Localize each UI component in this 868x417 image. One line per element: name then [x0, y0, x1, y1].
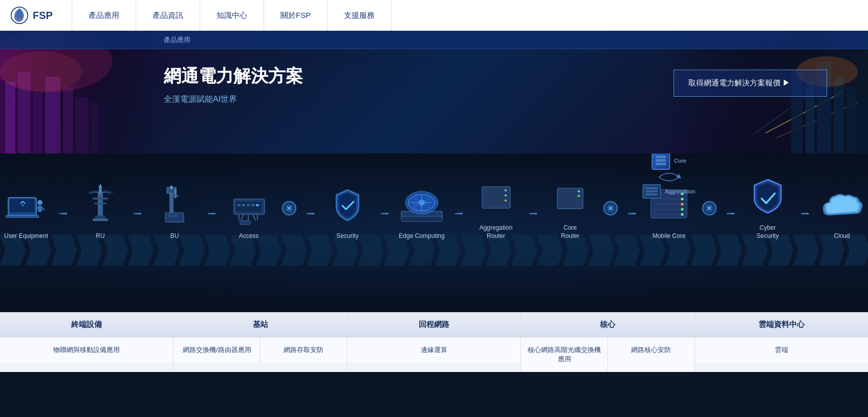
conn-3 [208, 213, 215, 214]
svg-point-28 [37, 200, 42, 205]
svg-point-26 [22, 204, 24, 206]
category-backhaul: 回程網路 邊緣運算 [348, 313, 521, 372]
node-edge-computing[interactable]: Edge Computing [399, 182, 445, 240]
svg-point-77 [505, 200, 507, 202]
svg-point-101 [681, 208, 684, 211]
tab-core[interactable]: 核心 [521, 313, 694, 337]
nav-item-support[interactable]: 支援服務 [328, 0, 392, 31]
node-edge-computing-label: Edge Computing [399, 232, 444, 240]
bu-icon [151, 182, 198, 228]
tab-basestation[interactable]: 基站 [173, 313, 346, 337]
diagram-wrapper: User Equipment [0, 174, 868, 266]
svg-point-68 [419, 200, 425, 206]
svg-point-84 [578, 195, 580, 197]
conn-1 [59, 213, 67, 214]
svg-rect-41 [170, 186, 172, 189]
svg-rect-85 [656, 156, 666, 158]
category-cloud-items: 雲端 [695, 337, 868, 363]
category-item-edge[interactable]: 邊緣運算 [348, 337, 520, 363]
svg-point-75 [505, 189, 507, 191]
user-equipment-icon [3, 182, 49, 228]
node-cyber-security-label: Cyber Security [756, 224, 778, 240]
nav-item-knowledge[interactable]: 知識中心 [200, 0, 264, 31]
node-bu[interactable]: BU [151, 182, 198, 240]
nav-item-about[interactable]: 關於FSP [264, 0, 328, 31]
conn-4 [307, 213, 314, 214]
access-icon [226, 182, 272, 228]
node-access[interactable]: Access [226, 182, 272, 240]
node-user-equipment[interactable]: User Equipment [3, 182, 49, 240]
tab-terminal[interactable]: 終端設備 [0, 313, 173, 337]
hero-content-wrapper: 產品應用 網通電力解決方案 全漢電源賦能AI世界 取得網通電力解決方案報價 ▶ [0, 31, 868, 153]
conn-9 [727, 213, 734, 214]
security-icon [324, 182, 371, 228]
node-ru-label: RU [96, 232, 104, 240]
category-terminal: 終端設備 物聯網與移動設備應用 [0, 313, 173, 372]
conn-2 [134, 213, 141, 214]
category-item-access[interactable]: 網路存取安防 [261, 337, 347, 363]
category-item-core-security[interactable]: 網路核心安防 [608, 337, 695, 372]
svg-rect-29 [38, 206, 42, 212]
node-cloud[interactable]: Cloud [819, 182, 865, 240]
nav-item-products[interactable]: 產品應用 [72, 0, 136, 31]
category-backhaul-items: 邊緣運算 [348, 337, 520, 363]
category-item-fiber[interactable]: 核心網路高階光纖交換機應用 [521, 337, 608, 372]
conn-5 [381, 213, 388, 214]
category-basestation: 基站 網路交換機/路由器應用 網路存取安防 [173, 313, 347, 372]
svg-line-57 [253, 214, 255, 221]
svg-rect-61 [401, 216, 442, 222]
node-cyber-security[interactable]: Cyber Security [745, 174, 791, 240]
hero-subtitle: 全漢電源賦能AI世界 [164, 94, 303, 105]
core-router-icon [547, 174, 593, 220]
svg-point-102 [681, 213, 684, 216]
tab-cloud[interactable]: 雲端資料中心 [695, 313, 868, 337]
tab-backhaul[interactable]: 回程網路 [348, 313, 520, 337]
svg-rect-37 [95, 215, 105, 218]
node-aggregation-router[interactable]: Aggregation Router [473, 174, 519, 240]
svg-rect-34 [100, 184, 101, 187]
category-item-iot[interactable]: 物聯網與移動設備應用 [0, 337, 173, 363]
svg-line-31 [42, 207, 45, 210]
hero-cta-button[interactable]: 取得網通電力解決方案報價 ▶ [674, 70, 827, 97]
breadcrumb: 產品應用 [164, 36, 190, 43]
node-bu-label: BU [170, 232, 179, 240]
svg-rect-96 [653, 207, 685, 211]
cyber-security-icon [745, 174, 791, 220]
fsp-logo-icon [10, 6, 29, 25]
svg-rect-44 [173, 215, 177, 217]
node-mobile-core[interactable]: Core [646, 182, 692, 240]
core-label: Core [674, 158, 686, 164]
logo[interactable]: FSP [10, 6, 72, 25]
node-core-router[interactable]: Core Router [547, 174, 593, 240]
svg-rect-91 [645, 193, 658, 195]
svg-rect-82 [559, 204, 581, 207]
conn-cross-2: ✕ [603, 201, 618, 215]
svg-line-55 [241, 214, 244, 221]
navbar: FSP 產品應用 產品資訊 知識中心 關於FSP 支援服務 [0, 0, 868, 31]
svg-rect-59 [240, 221, 250, 225]
node-aggregation-router-label: Aggregation Router [480, 224, 513, 240]
category-item-cloud[interactable]: 雲端 [695, 337, 868, 363]
aggregation-label: Aggregation [665, 188, 695, 194]
conn-cross-1: ✕ [282, 201, 296, 215]
svg-rect-36 [94, 203, 106, 204]
category-item-network-switch[interactable]: 網路交換機/路由器應用 [173, 337, 261, 363]
svg-rect-87 [656, 163, 666, 165]
svg-rect-89 [645, 187, 658, 189]
node-cloud-label: Cloud [834, 232, 850, 240]
cloud-icon [819, 182, 865, 228]
node-security-label: Security [336, 232, 358, 240]
node-security[interactable]: Security [324, 182, 371, 240]
svg-rect-50 [242, 204, 245, 206]
conn-cross-3: ✕ [702, 201, 717, 215]
node-ru[interactable]: RU [77, 182, 123, 240]
svg-rect-51 [247, 204, 250, 206]
nav-item-info[interactable]: 產品資訊 [136, 0, 200, 31]
nodes-row: User Equipment [0, 174, 868, 266]
nav-links: 產品應用 產品資訊 知識中心 關於FSP 支援服務 [72, 0, 858, 31]
svg-rect-43 [167, 215, 171, 217]
hero-main: 網通電力解決方案 全漢電源賦能AI世界 取得網通電力解決方案報價 ▶ [0, 49, 868, 105]
node-mobile-core-label: Mobile Core [653, 232, 686, 240]
svg-rect-52 [251, 204, 254, 206]
diagram-section: User Equipment [0, 153, 868, 312]
